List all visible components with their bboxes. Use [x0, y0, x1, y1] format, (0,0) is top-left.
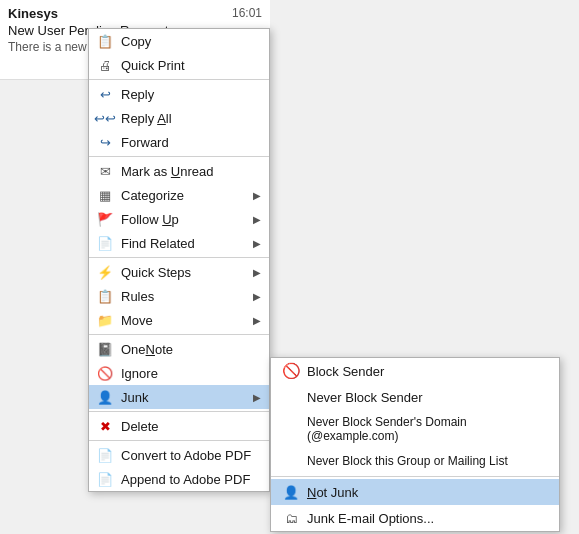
ignore-label: Ignore — [121, 366, 261, 381]
menu-item-onenote[interactable]: 📓 OneNote — [89, 337, 269, 361]
junk-submenu: 🚫 Block Sender Never Block Sender Never … — [270, 357, 560, 532]
neverblockdomain-label: Never Block Sender's Domain (@example.co… — [307, 415, 549, 443]
onenote-icon: 📓 — [95, 341, 115, 357]
separator-6 — [89, 440, 269, 441]
print-icon: 🖨 — [95, 57, 115, 73]
submenu-item-neverblocksender[interactable]: Never Block Sender — [271, 384, 559, 410]
markasunread-label: Mark as Unread — [121, 164, 261, 179]
findrelated-label: Find Related — [121, 236, 253, 251]
notjunk-label: Not Junk — [307, 485, 549, 500]
quicksteps-arrow: ▶ — [253, 267, 261, 278]
appendtoadobe-icon: 📄 — [95, 471, 115, 487]
move-arrow: ▶ — [253, 315, 261, 326]
separator-4 — [89, 334, 269, 335]
menu-item-followup[interactable]: 🚩 Follow Up ▶ — [89, 207, 269, 231]
menu-item-copy[interactable]: 📋 Copy — [89, 29, 269, 53]
menu-item-quickprint[interactable]: 🖨 Quick Print — [89, 53, 269, 77]
unread-icon: ✉ — [95, 163, 115, 179]
neverblockdomain-icon — [281, 421, 301, 437]
email-time: 16:01 — [232, 6, 262, 20]
quickprint-label: Quick Print — [121, 58, 261, 73]
reply-icon: ↩ — [95, 86, 115, 102]
submenu-item-neverblockdomain[interactable]: Never Block Sender's Domain (@example.co… — [271, 410, 559, 448]
rules-icon: 📋 — [95, 288, 115, 304]
copy-label: Copy — [121, 34, 261, 49]
blocksender-icon: 🚫 — [281, 363, 301, 379]
reply-label: Reply — [121, 87, 261, 102]
delete-label: Delete — [121, 419, 261, 434]
junkoptions-label: Junk E-mail Options... — [307, 511, 549, 526]
context-menu: 📋 Copy 🖨 Quick Print ↩ Reply ↩↩ Reply Al… — [88, 28, 270, 492]
move-icon: 📁 — [95, 312, 115, 328]
rules-arrow: ▶ — [253, 291, 261, 302]
neverblocksender-label: Never Block Sender — [307, 390, 549, 405]
menu-item-replyall[interactable]: ↩↩ Reply All — [89, 106, 269, 130]
submenu-item-blocksender[interactable]: 🚫 Block Sender — [271, 358, 559, 384]
menu-item-markasunread[interactable]: ✉ Mark as Unread — [89, 159, 269, 183]
neverblocksender-icon — [281, 389, 301, 405]
menu-item-converttoadobe[interactable]: 📄 Convert to Adobe PDF — [89, 443, 269, 467]
junk-arrow: ▶ — [253, 392, 261, 403]
neverblockgroup-icon — [281, 453, 301, 469]
replyall-label: Reply All — [121, 111, 261, 126]
separator-3 — [89, 257, 269, 258]
delete-icon: ✖ — [95, 418, 115, 434]
blocksender-label: Block Sender — [307, 364, 549, 379]
menu-item-categorize[interactable]: ▦ Categorize ▶ — [89, 183, 269, 207]
separator-5 — [89, 411, 269, 412]
quicksteps-icon: ⚡ — [95, 264, 115, 280]
ignore-icon: 🚫 — [95, 365, 115, 381]
replyall-icon: ↩↩ — [95, 110, 115, 126]
separator-1 — [89, 79, 269, 80]
menu-item-ignore[interactable]: 🚫 Ignore — [89, 361, 269, 385]
copy-icon: 📋 — [95, 33, 115, 49]
menu-item-junk[interactable]: 👤 Junk ▶ — [89, 385, 269, 409]
appendtoadobe-label: Append to Adobe PDF — [121, 472, 261, 487]
move-label: Move — [121, 313, 253, 328]
notjunk-icon: 👤 — [281, 484, 301, 500]
email-sender: Kinesys — [8, 6, 58, 21]
menu-item-quicksteps[interactable]: ⚡ Quick Steps ▶ — [89, 260, 269, 284]
menu-item-appendtoadobe[interactable]: 📄 Append to Adobe PDF — [89, 467, 269, 491]
followup-arrow: ▶ — [253, 214, 261, 225]
onenote-label: OneNote — [121, 342, 261, 357]
categorize-arrow: ▶ — [253, 190, 261, 201]
rules-label: Rules — [121, 289, 253, 304]
forward-icon: ↪ — [95, 134, 115, 150]
submenu-item-notjunk[interactable]: 👤 Not Junk — [271, 479, 559, 505]
quicksteps-label: Quick Steps — [121, 265, 253, 280]
findrelated-icon: 📄 — [95, 235, 115, 251]
junk-icon: 👤 — [95, 389, 115, 405]
junk-label: Junk — [121, 390, 253, 405]
categorize-label: Categorize — [121, 188, 253, 203]
menu-item-delete[interactable]: ✖ Delete — [89, 414, 269, 438]
junkoptions-icon: 🗂 — [281, 510, 301, 526]
findrelated-arrow: ▶ — [253, 238, 261, 249]
neverblockgroup-label: Never Block this Group or Mailing List — [307, 454, 549, 468]
separator-2 — [89, 156, 269, 157]
categorize-icon: ▦ — [95, 187, 115, 203]
converttoadobe-icon: 📄 — [95, 447, 115, 463]
menu-item-findrelated[interactable]: 📄 Find Related ▶ — [89, 231, 269, 255]
followup-icon: 🚩 — [95, 211, 115, 227]
followup-label: Follow Up — [121, 212, 253, 227]
submenu-item-junkoptions[interactable]: 🗂 Junk E-mail Options... — [271, 505, 559, 531]
converttoadobe-label: Convert to Adobe PDF — [121, 448, 261, 463]
submenu-item-neverblockgroup[interactable]: Never Block this Group or Mailing List — [271, 448, 559, 474]
menu-item-rules[interactable]: 📋 Rules ▶ — [89, 284, 269, 308]
menu-item-reply[interactable]: ↩ Reply — [89, 82, 269, 106]
submenu-separator-1 — [271, 476, 559, 477]
menu-item-move[interactable]: 📁 Move ▶ — [89, 308, 269, 332]
forward-label: Forward — [121, 135, 261, 150]
menu-item-forward[interactable]: ↪ Forward — [89, 130, 269, 154]
